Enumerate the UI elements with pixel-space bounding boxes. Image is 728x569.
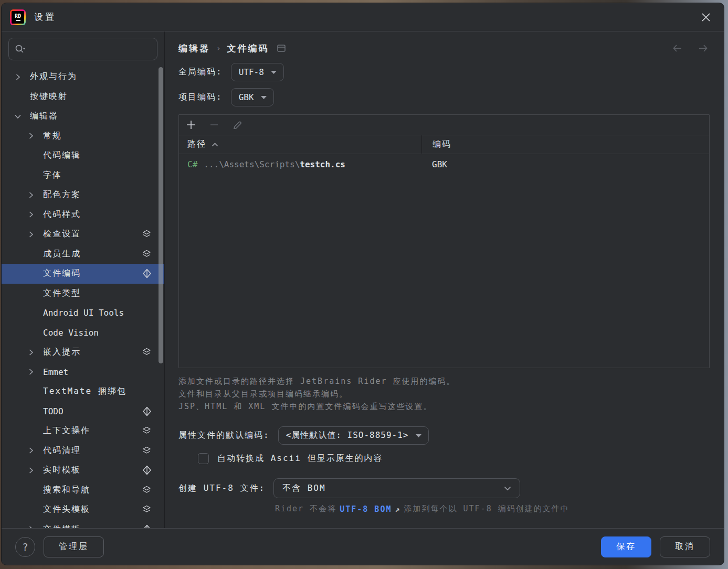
sidebar-item-label: 外观与行为 bbox=[30, 71, 77, 82]
project-encoding-select[interactable]: GBK bbox=[231, 88, 274, 106]
create-utf8-label: 创建 UTF-8 文件: bbox=[178, 483, 265, 494]
table-body: C#...\Assets\Scripts\testch.cs GBK bbox=[179, 154, 709, 368]
file-name: testch.cs bbox=[300, 159, 345, 169]
sidebar-item-label: TextMate 捆绑包 bbox=[43, 386, 126, 397]
chevron-right-icon[interactable] bbox=[27, 368, 43, 375]
sidebar-item[interactable]: 代码样式 bbox=[2, 205, 164, 225]
modified-diamond-icon bbox=[142, 465, 152, 475]
sidebar-item-label: 嵌入提示 bbox=[43, 347, 81, 358]
table-row[interactable]: C#...\Assets\Scripts\testch.cs GBK bbox=[179, 154, 709, 174]
close-icon[interactable] bbox=[699, 10, 713, 25]
sidebar-item[interactable]: 嵌入提示 bbox=[2, 342, 164, 362]
admin-layer-button[interactable]: 管理层 bbox=[44, 536, 104, 557]
forward-arrow-icon[interactable] bbox=[696, 42, 710, 54]
help-line: 添加文件或目录的路径并选择 JetBrains Rider 应使用的编码。 bbox=[178, 375, 710, 388]
sidebar-item[interactable]: 代码编辑 bbox=[2, 146, 164, 166]
search-box[interactable] bbox=[8, 38, 157, 60]
global-encoding-select[interactable]: UTF-8 bbox=[231, 63, 284, 81]
sidebar-item[interactable]: 按键映射 bbox=[2, 87, 164, 107]
sidebar-item[interactable]: 文件类型 bbox=[2, 284, 164, 304]
chevron-right-icon[interactable] bbox=[27, 211, 43, 218]
sidebar-item[interactable]: Code Vision bbox=[2, 323, 164, 343]
add-button[interactable] bbox=[186, 120, 196, 130]
sidebar-item[interactable]: TextMate 捆绑包 bbox=[2, 382, 164, 402]
help-button[interactable]: ? bbox=[15, 537, 35, 557]
sidebar-item[interactable]: 代码清理 bbox=[2, 441, 164, 461]
sidebar-item[interactable]: 常规 bbox=[2, 126, 164, 146]
rider-logo-icon: RD bbox=[10, 9, 26, 25]
sidebar-item[interactable]: Android UI Tools bbox=[2, 303, 164, 323]
chevron-right-icon[interactable] bbox=[14, 73, 30, 81]
csharp-file-icon: C# bbox=[187, 159, 197, 169]
sidebar-item-label: 编辑器 bbox=[30, 111, 58, 122]
file-encodings-page: 编辑器 › 文件编码 bbox=[165, 31, 724, 528]
sidebar-item[interactable]: 成员生成 bbox=[2, 244, 164, 264]
table-header: 路径 编码 bbox=[179, 135, 709, 154]
transparent-ascii-label: 自动转换成 Ascii 但显示原生的内容 bbox=[217, 453, 383, 464]
sidebar-item-label: 文件模板 bbox=[43, 524, 81, 528]
layers-icon bbox=[142, 486, 152, 495]
settings-tree: 外观与行为按键映射 编辑器 常规代码编辑字体 配色方案 代码样式 检查设置 成员… bbox=[2, 67, 164, 528]
create-utf8-select[interactable]: 不含 BOM bbox=[273, 478, 520, 498]
sidebar-item-label: Emmet bbox=[43, 367, 68, 377]
sidebar-item[interactable]: 配色方案 bbox=[2, 185, 164, 205]
sidebar-item[interactable]: 文件头模板 bbox=[2, 500, 164, 520]
layers-icon bbox=[142, 446, 152, 455]
sidebar-item-label: 代码编辑 bbox=[43, 150, 81, 161]
path-prefix: ...\Assets\Scripts\ bbox=[204, 159, 300, 169]
sidebar-item[interactable]: 编辑器 bbox=[2, 106, 164, 126]
chevron-right-icon[interactable] bbox=[27, 349, 43, 356]
breadcrumb: 编辑器 › 文件编码 bbox=[178, 40, 710, 56]
sidebar-item[interactable]: 外观与行为 bbox=[2, 67, 164, 87]
sidebar-item-label: 实时模板 bbox=[43, 465, 81, 476]
sidebar-item[interactable]: 文件编码 bbox=[2, 264, 164, 284]
chevron-right-icon[interactable] bbox=[27, 467, 43, 474]
utf8-bom-link[interactable]: UTF-8 BOM bbox=[340, 504, 392, 514]
save-button[interactable]: 保存 bbox=[601, 536, 651, 557]
search-icon bbox=[14, 44, 26, 55]
sidebar-item[interactable]: 实时模板 bbox=[2, 460, 164, 480]
help-line: JSP、HTML 和 XML 文件中的内置文件编码会重写这些设置。 bbox=[178, 400, 710, 413]
modified-diamond-icon bbox=[142, 406, 152, 416]
properties-default-encoding-select[interactable]: <属性默认值: ISO-8859-1> bbox=[278, 426, 429, 445]
title-bar: RD 设置 bbox=[2, 3, 724, 31]
sidebar-item[interactable]: TODO bbox=[2, 402, 164, 422]
column-encoding[interactable]: 编码 bbox=[432, 139, 451, 150]
sidebar-item[interactable]: 字体 bbox=[2, 166, 164, 186]
row-encoding: GBK bbox=[432, 159, 447, 169]
chevron-right-icon[interactable] bbox=[27, 191, 43, 199]
chevron-right-icon[interactable] bbox=[27, 447, 43, 454]
modified-diamond-icon bbox=[142, 524, 152, 528]
window-panel-icon[interactable] bbox=[277, 45, 286, 52]
chevron-down-icon bbox=[260, 95, 267, 100]
chevron-right-icon[interactable] bbox=[27, 231, 43, 238]
sidebar-item[interactable]: 上下文操作 bbox=[2, 421, 164, 441]
chevron-down-icon bbox=[415, 434, 422, 438]
sidebar-scrollbar[interactable] bbox=[159, 67, 163, 363]
layers-icon bbox=[142, 348, 152, 357]
chevron-down-icon[interactable] bbox=[14, 113, 30, 120]
search-input[interactable] bbox=[28, 44, 152, 54]
modified-diamond-icon bbox=[142, 269, 152, 278]
back-arrow-icon[interactable] bbox=[671, 42, 684, 54]
chevron-right-icon[interactable] bbox=[27, 525, 43, 528]
breadcrumb-parent[interactable]: 编辑器 bbox=[178, 42, 210, 55]
edit-pencil-button[interactable] bbox=[232, 120, 243, 131]
sidebar-item-label: 成员生成 bbox=[43, 249, 81, 260]
sidebar-item-label: 常规 bbox=[43, 131, 62, 142]
sidebar-item-label: 字体 bbox=[43, 170, 62, 181]
sidebar-item[interactable]: 搜索和导航 bbox=[2, 480, 164, 500]
chevron-right-icon[interactable] bbox=[27, 132, 43, 139]
transparent-ascii-checkbox[interactable] bbox=[198, 453, 209, 464]
sidebar-item[interactable]: 检查设置 bbox=[2, 224, 164, 244]
sidebar-item[interactable]: 文件模板 bbox=[2, 520, 164, 529]
sidebar-item[interactable]: Emmet bbox=[2, 362, 164, 382]
layers-icon bbox=[142, 426, 152, 435]
column-path[interactable]: 路径 bbox=[187, 139, 206, 150]
encoding-table: 路径 编码 C#...\Assets\Scripts\testch.cs GBK bbox=[178, 114, 710, 368]
help-line: 文件和目录从父目录或项目编码继承编码。 bbox=[178, 388, 710, 400]
sidebar-item-label: 检查设置 bbox=[43, 229, 81, 240]
remove-button[interactable] bbox=[209, 120, 219, 130]
cancel-button[interactable]: 取消 bbox=[660, 536, 710, 557]
sidebar-item-label: Code Vision bbox=[43, 328, 99, 338]
